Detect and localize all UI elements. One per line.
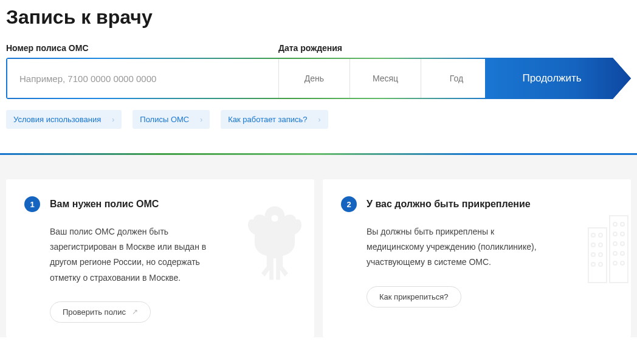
svg-point-10 xyxy=(613,222,617,226)
svg-point-19 xyxy=(621,261,624,265)
terms-link[interactable]: Условия использования › xyxy=(6,110,122,129)
card-body: Вы должны быть прикреплены к медицинском… xyxy=(367,224,613,307)
page-title: Запись к врачу xyxy=(6,6,631,29)
policy-number-input[interactable] xyxy=(7,59,278,98)
card-header: 1 Вам нужен полис ОМС xyxy=(24,196,296,212)
card-body: Ваш полис ОМС должен быть зарегистрирова… xyxy=(50,224,296,323)
svg-point-17 xyxy=(621,252,624,255)
chevron-right-icon: › xyxy=(318,115,321,124)
policies-link-label: Полисы ОМС xyxy=(140,115,189,124)
dob-label: Дата рождения xyxy=(278,43,342,53)
card-text: Вы должны быть прикреплены к медицинском… xyxy=(367,224,537,270)
chevron-right-icon: › xyxy=(200,115,202,124)
share-icon: ↗ xyxy=(132,307,138,316)
card-text: Ваш полис ОМС должен быть зарегистрирова… xyxy=(50,224,220,286)
policy-number-label: Номер полиса ОМС xyxy=(6,43,278,53)
svg-point-12 xyxy=(613,232,617,236)
dob-month-input[interactable] xyxy=(349,59,421,98)
dob-year-input[interactable] xyxy=(421,59,492,98)
svg-point-18 xyxy=(613,261,617,265)
how-it-works-link[interactable]: Как работает запись? › xyxy=(221,110,328,129)
link-chips: Условия использования › Полисы ОМС › Как… xyxy=(6,110,631,129)
how-to-attach-button[interactable]: Как прикрепиться? xyxy=(367,286,461,307)
info-section: 1 Вам нужен полис ОМС Ваш полис ОМС долж… xyxy=(0,155,637,337)
check-policy-button[interactable]: Проверить полис ↗ xyxy=(50,301,151,323)
cards-row: 1 Вам нужен полис ОМС Ваш полис ОМС долж… xyxy=(6,179,631,337)
policies-link[interactable]: Полисы ОМС › xyxy=(133,110,210,129)
how-to-attach-button-label: Как прикрепиться? xyxy=(379,292,449,301)
card-header: 2 У вас должно быть прикрепление xyxy=(341,196,613,212)
form-labels: Номер полиса ОМС Дата рождения xyxy=(6,43,631,53)
continue-button[interactable]: Продолжить xyxy=(485,58,631,99)
card-title: У вас должно быть прикрепление xyxy=(367,199,531,210)
svg-point-14 xyxy=(613,242,617,246)
chevron-right-icon: › xyxy=(112,115,114,124)
how-it-works-link-label: Как работает запись? xyxy=(228,115,307,124)
svg-point-11 xyxy=(621,222,624,226)
dob-day-input[interactable] xyxy=(278,59,349,98)
step-card-2: 2 У вас должно быть прикрепление Вы долж… xyxy=(323,179,631,337)
step-card-1: 1 Вам нужен полис ОМС Ваш полис ОМС долж… xyxy=(6,179,314,337)
svg-point-16 xyxy=(613,252,617,255)
step-number-badge: 2 xyxy=(341,196,357,212)
form-wrapper: Продолжить xyxy=(6,58,631,99)
terms-link-label: Условия использования xyxy=(13,115,101,124)
card-title: Вам нужен полис ОМС xyxy=(50,199,159,210)
step-number-badge: 1 xyxy=(24,196,40,212)
check-policy-button-label: Проверить полис xyxy=(63,307,126,317)
svg-point-13 xyxy=(621,232,624,236)
svg-point-15 xyxy=(621,242,624,246)
